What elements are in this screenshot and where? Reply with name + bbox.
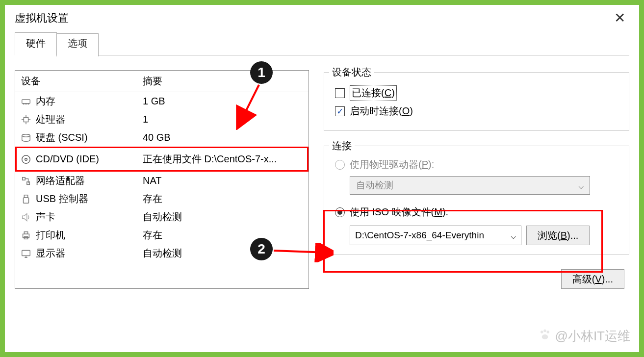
- device-row[interactable]: 内存1 GB: [15, 92, 309, 110]
- device-name: 网络适配器: [36, 174, 85, 187]
- iso-path-combo[interactable]: D:\CentOS-7-x86_64-Everythin ⌵: [350, 226, 521, 245]
- tabs-bar: 硬件 选项: [15, 32, 629, 55]
- cd-icon: [20, 153, 32, 165]
- device-summary: 自动检测: [143, 247, 309, 260]
- tab-hardware[interactable]: 硬件: [15, 32, 57, 55]
- window-title: 虚拟机设置: [15, 11, 69, 26]
- printer-icon: [20, 230, 32, 241]
- header-device: 设备: [15, 75, 143, 88]
- physical-drive-combo[interactable]: 自动检测 ⌵: [350, 176, 590, 195]
- device-row[interactable]: 声卡自动检测: [15, 208, 309, 226]
- device-summary: 自动检测: [143, 210, 309, 224]
- svg-point-27: [546, 331, 549, 333]
- svg-rect-0: [22, 100, 30, 103]
- physical-drive-radio[interactable]: [335, 160, 345, 170]
- sound-icon: [20, 211, 32, 223]
- svg-point-10: [22, 134, 30, 137]
- device-summary: 存在: [143, 192, 309, 205]
- svg-rect-16: [24, 198, 29, 203]
- device-name: 处理器: [36, 113, 65, 126]
- device-summary: 40 GB: [143, 132, 309, 143]
- device-details: 设备状态 已连接(C) 启动时连接(O): [324, 70, 629, 289]
- svg-point-12: [25, 158, 27, 160]
- usb-icon: [20, 193, 32, 205]
- device-name: 硬盘 (SCSI): [36, 131, 88, 144]
- connected-checkbox[interactable]: [335, 88, 345, 98]
- device-row[interactable]: 处理器1: [15, 110, 309, 128]
- header-summary: 摘要: [143, 75, 309, 88]
- device-row[interactable]: 硬盘 (SCSI)40 GB: [15, 128, 309, 147]
- device-status-legend: 设备状态: [329, 66, 374, 79]
- iso-file-radio[interactable]: [335, 207, 345, 217]
- device-summary: NAT: [143, 175, 309, 186]
- svg-point-26: [543, 330, 546, 332]
- svg-rect-15: [24, 195, 27, 198]
- memory-icon: [20, 96, 32, 107]
- network-icon: [20, 175, 32, 187]
- device-name: CD/DVD (IDE): [36, 153, 99, 165]
- connected-label: 已连接(C): [350, 85, 397, 101]
- paw-icon: [538, 327, 552, 345]
- device-name: USB 控制器: [36, 192, 88, 205]
- device-row[interactable]: USB 控制器存在: [15, 190, 309, 208]
- iso-file-label: 使用 ISO 映像文件(M):: [350, 205, 448, 219]
- svg-rect-17: [23, 234, 29, 237]
- device-name: 内存: [36, 95, 55, 108]
- chevron-down-icon: ⌵: [506, 230, 521, 241]
- device-summary: 存在: [143, 229, 309, 242]
- annotation-callout-2: 2: [250, 238, 273, 260]
- device-row[interactable]: CD/DVD (IDE)正在使用文件 D:\CentOS-7-x...: [15, 147, 309, 172]
- display-icon: [20, 248, 32, 259]
- device-summary: 1: [143, 114, 309, 125]
- physical-drive-label: 使用物理驱动器(P):: [350, 158, 434, 171]
- tab-options[interactable]: 选项: [56, 33, 99, 56]
- cpu-icon: [20, 114, 32, 126]
- svg-rect-5: [24, 117, 28, 122]
- svg-point-25: [541, 331, 543, 333]
- svg-rect-20: [22, 250, 30, 255]
- device-name: 打印机: [36, 229, 65, 242]
- disk-icon: [20, 132, 32, 144]
- annotation-callout-1: 1: [250, 61, 273, 84]
- device-row[interactable]: 网络适配器NAT: [15, 172, 309, 190]
- svg-rect-13: [23, 177, 26, 180]
- browse-button[interactable]: 浏览(B)...: [526, 226, 590, 245]
- connection-legend: 连接: [329, 139, 355, 153]
- device-summary: 正在使用文件 D:\CentOS-7-x...: [143, 153, 309, 166]
- device-name: 声卡: [36, 210, 55, 224]
- svg-rect-18: [24, 231, 27, 234]
- device-status-group: 设备状态 已连接(C) 启动时连接(O): [324, 72, 629, 131]
- device-summary: 1 GB: [143, 96, 309, 107]
- connection-group: 连接 使用物理驱动器(P): 自动检测 ⌵ 使用 I: [324, 146, 629, 255]
- close-icon[interactable]: ✕: [610, 10, 629, 26]
- connect-at-power-checkbox[interactable]: [335, 106, 345, 116]
- chevron-down-icon: ⌵: [572, 180, 590, 191]
- advanced-button[interactable]: 高级(V)...: [561, 269, 624, 289]
- watermark: @小林IT运维: [538, 327, 631, 345]
- device-name: 显示器: [36, 247, 65, 260]
- connect-at-power-label: 启动时连接(O): [350, 104, 413, 118]
- svg-point-11: [22, 155, 30, 163]
- svg-point-28: [541, 334, 548, 339]
